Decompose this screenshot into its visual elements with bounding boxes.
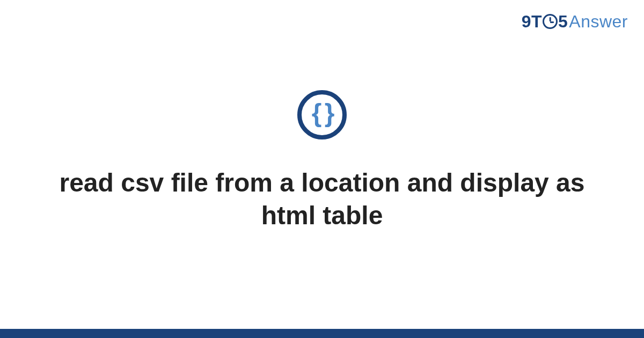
content-area: { } read csv file from a location and di…	[0, 0, 644, 338]
page-title: read csv file from a location and displa…	[54, 166, 590, 232]
code-braces-icon: { }	[297, 90, 347, 139]
footer-accent-bar	[0, 329, 644, 338]
braces-glyph: { }	[312, 100, 333, 126]
